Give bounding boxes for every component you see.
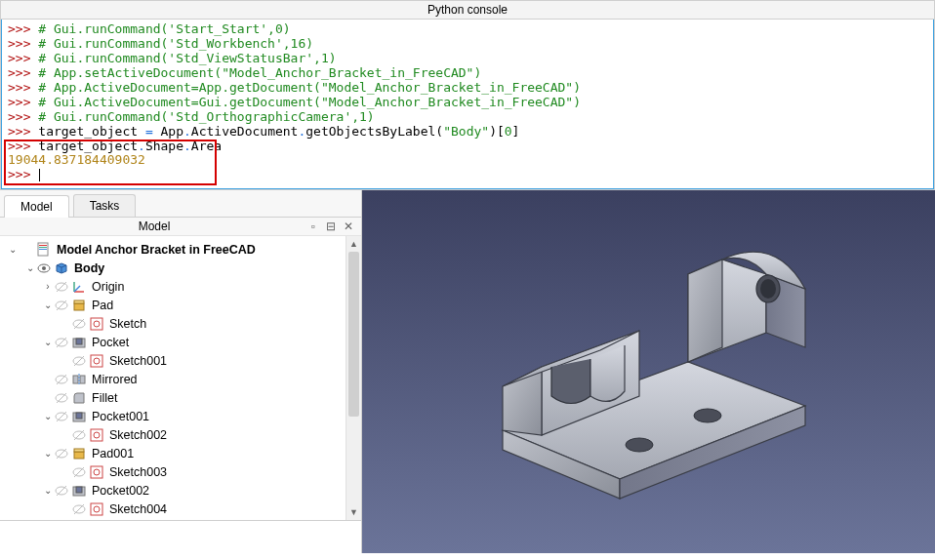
console-line: >>> # Gui.runCommand('Std_ViewStatusBar'… <box>8 52 927 66</box>
svg-rect-17 <box>91 318 102 330</box>
collapse-icon[interactable]: ⌄ <box>6 244 20 255</box>
model-tree[interactable]: ⌄Model Anchor Bracket in FreeCAD⌄Body›Or… <box>0 236 346 520</box>
visibility-off-icon[interactable] <box>72 502 88 516</box>
tree-label: Sketch003 <box>109 465 167 479</box>
visibility-off-icon[interactable] <box>55 373 70 386</box>
scroll-thumb[interactable] <box>348 252 359 416</box>
pad-icon <box>70 446 88 461</box>
visibility-off-icon[interactable] <box>72 428 88 442</box>
panel-pin-icon[interactable]: ⊟ <box>324 220 338 233</box>
collapse-icon[interactable]: ⌄ <box>23 262 37 273</box>
svg-rect-13 <box>74 303 84 310</box>
fillet-icon <box>70 390 88 406</box>
expand-icon[interactable]: › <box>41 281 55 292</box>
collapse-icon[interactable]: ⌄ <box>41 300 55 310</box>
scroll-up-icon[interactable]: ▲ <box>346 236 361 252</box>
visibility-off-icon[interactable] <box>55 391 70 405</box>
tree-label: Sketch001 <box>109 354 167 368</box>
tree-label: Sketch <box>109 317 146 331</box>
svg-rect-48 <box>91 466 102 478</box>
tree-row-pocket[interactable]: ⌄Pocket <box>0 333 346 351</box>
tree-scrollbar[interactable]: ▲ ▼ <box>346 236 361 520</box>
visibility-off-icon[interactable] <box>55 299 70 312</box>
tree-row-model-anchor-bracket-in-freecad[interactable]: ⌄Model Anchor Bracket in FreeCAD <box>0 240 346 259</box>
svg-rect-44 <box>74 452 84 459</box>
tree-row-fillet[interactable]: Fillet <box>0 388 346 407</box>
visibility-off-icon[interactable] <box>72 354 88 368</box>
pocket-icon <box>70 335 88 350</box>
body-icon <box>53 260 70 276</box>
console-line: >>> # Gui.runCommand('Std_OrthographicCa… <box>8 110 927 125</box>
visibility-on-icon[interactable] <box>37 261 53 275</box>
tab-tasks[interactable]: Tasks <box>73 194 137 217</box>
svg-point-69 <box>760 279 776 299</box>
panel-float-icon[interactable]: ▫ <box>306 220 320 233</box>
tree-row-sketch[interactable]: Sketch <box>0 314 346 333</box>
anchor-bracket-model <box>444 235 854 508</box>
svg-rect-40 <box>91 429 102 441</box>
tab-bar: Model Tasks <box>0 190 361 218</box>
console-line: >>> target_object = App.ActiveDocument.g… <box>8 125 927 140</box>
tree-label: Fillet <box>92 391 117 405</box>
svg-rect-3 <box>39 249 47 250</box>
console-line: >>> # Gui.runCommand('Std_Workbench',16) <box>8 37 927 52</box>
collapse-icon[interactable]: ⌄ <box>41 448 55 459</box>
tree-row-sketch001[interactable]: Sketch001 <box>0 351 346 370</box>
console-line: >>> # Gui.ActiveDocument=Gui.getDocument… <box>8 96 927 110</box>
visibility-off-icon[interactable] <box>55 280 70 294</box>
tree-row-pocket002[interactable]: ⌄Pocket002 <box>0 481 346 500</box>
collapse-icon[interactable]: ⌄ <box>41 411 55 421</box>
tree-row-sketch004[interactable]: Sketch004 <box>0 500 346 518</box>
panel-title: Model <box>6 220 303 233</box>
tree-label: Model Anchor Bracket in FreeCAD <box>57 243 256 257</box>
svg-rect-22 <box>76 339 82 344</box>
tree-row-pad001[interactable]: ⌄Pad001 <box>0 444 346 462</box>
python-console-title: Python console <box>1 1 934 20</box>
tree-label: Pad <box>92 299 113 312</box>
svg-rect-45 <box>74 449 84 452</box>
pad-icon <box>70 298 88 313</box>
visibility-off-icon[interactable] <box>72 465 88 479</box>
panel-close-icon[interactable]: ✕ <box>342 220 355 233</box>
tab-model[interactable]: Model <box>4 195 69 218</box>
tree-row-origin[interactable]: ›Origin <box>0 277 346 296</box>
doc-icon <box>35 242 53 258</box>
sketch-icon <box>88 316 105 332</box>
svg-rect-37 <box>76 413 82 419</box>
tree-label: Origin <box>92 280 124 294</box>
console-line: >>> <box>8 168 927 182</box>
svg-rect-1 <box>39 245 47 246</box>
visibility-off-icon[interactable] <box>55 484 70 498</box>
svg-line-10 <box>74 286 80 292</box>
collapse-icon[interactable]: ⌄ <box>41 337 55 347</box>
console-line: >>> target_object.Shape.Area <box>8 140 927 154</box>
svg-point-61 <box>694 409 721 422</box>
sketch-icon <box>88 501 105 517</box>
left-pane: Model Tasks Model ▫ ⊟ ✕ ⌄Model Anchor Br… <box>0 190 362 553</box>
tree-label: Pad001 <box>92 447 134 460</box>
3d-viewport[interactable] <box>362 190 935 553</box>
visibility-off-icon[interactable] <box>55 410 70 423</box>
property-pane[interactable] <box>0 520 361 553</box>
scroll-track[interactable] <box>346 252 361 504</box>
tree-row-sketch003[interactable]: Sketch003 <box>0 462 346 481</box>
tree-row-body[interactable]: ⌄Body <box>0 259 346 277</box>
tree-label: Sketch002 <box>109 428 167 442</box>
python-console: Python console >>> # Gui.runCommand('Sta… <box>0 0 935 190</box>
tree-label: Pocket <box>92 336 129 349</box>
tree-row-sketch002[interactable]: Sketch002 <box>0 425 346 444</box>
sketch-icon <box>88 464 105 480</box>
tree-row-pad[interactable]: ⌄Pad <box>0 296 346 314</box>
tree-label: Pocket001 <box>92 410 149 423</box>
visibility-off-icon[interactable] <box>72 317 88 331</box>
svg-marker-70 <box>688 260 722 362</box>
visibility-off-icon[interactable] <box>55 447 70 460</box>
collapse-icon[interactable]: ⌄ <box>41 485 55 496</box>
tree-row-mirrored[interactable]: Mirrored <box>0 370 346 388</box>
visibility-off-icon[interactable] <box>55 336 70 349</box>
tree-row-pocket001[interactable]: ⌄Pocket001 <box>0 407 346 425</box>
svg-rect-56 <box>91 503 102 515</box>
scroll-down-icon[interactable]: ▼ <box>346 504 361 520</box>
python-console-body[interactable]: >>> # Gui.runCommand('Start_Start',0)>>>… <box>1 20 934 189</box>
tree-label: Pocket002 <box>92 484 149 498</box>
